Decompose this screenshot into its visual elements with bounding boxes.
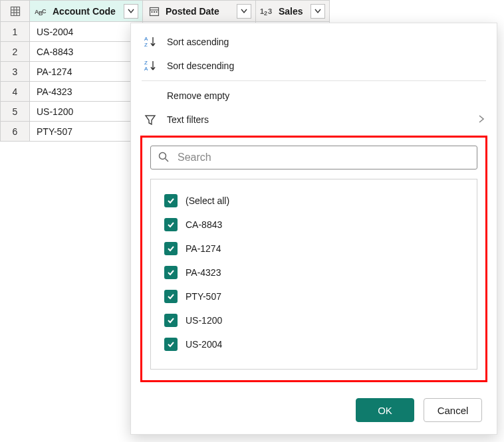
sort-ascending-icon: AZ: [143, 35, 158, 49]
filter-value-item[interactable]: PA-1274: [162, 237, 466, 261]
filter-value-label: PA-1274: [186, 243, 221, 254]
checkbox-checked[interactable]: [164, 242, 178, 255]
search-field-wrapper[interactable]: [150, 146, 477, 169]
cell-account-code[interactable]: PA-4323: [30, 82, 143, 102]
checkbox-checked[interactable]: [164, 314, 178, 327]
svg-text:C: C: [42, 8, 47, 15]
chevron-down-icon: [241, 9, 247, 14]
sort-descending-item[interactable]: ZA Sort descending: [131, 54, 497, 78]
checkbox-checked[interactable]: [164, 338, 178, 351]
check-icon: [166, 316, 176, 325]
menu-label: Sort ascending: [167, 37, 229, 47]
filter-icon: [143, 112, 158, 127]
column-label: Sales: [279, 6, 303, 17]
filter-value-item[interactable]: PA-4323: [162, 261, 466, 284]
cancel-button[interactable]: Cancel: [424, 398, 482, 422]
row-number[interactable]: 5: [1, 102, 30, 122]
filter-values-highlight: (Select all)CA-8843PA-1274PA-4323PTY-507…: [140, 136, 487, 382]
menu-label: Remove empty: [167, 90, 229, 101]
sort-descending-icon: ZA: [143, 58, 158, 73]
column-header-sales[interactable]: 123 Sales: [255, 1, 330, 22]
cell-account-code[interactable]: PA-1274: [30, 62, 143, 82]
menu-separator: [142, 80, 486, 81]
svg-text:A: A: [144, 66, 148, 72]
checkbox-checked[interactable]: [164, 290, 178, 303]
table-icon: [8, 4, 23, 19]
text-filters-item[interactable]: Text filters: [131, 108, 497, 132]
checkbox-checked[interactable]: [164, 266, 178, 279]
row-number[interactable]: 1: [1, 22, 30, 42]
cell-account-code[interactable]: CA-8843: [30, 42, 143, 62]
filter-value-item[interactable]: US-1200: [162, 308, 466, 332]
cell-account-code[interactable]: US-2004: [30, 22, 143, 42]
select-all-header[interactable]: [1, 1, 30, 22]
menu-label: Text filters: [167, 114, 209, 125]
column-header-account-code[interactable]: ABC Account Code: [30, 1, 143, 22]
check-icon: [166, 196, 176, 205]
filter-value-item[interactable]: US-2004: [162, 332, 466, 356]
svg-rect-12: [156, 11, 157, 13]
filter-value-label: US-1200: [186, 315, 222, 326]
row-number[interactable]: 2: [1, 42, 30, 62]
cell-account-code[interactable]: PTY-507: [30, 122, 143, 142]
button-label: Cancel: [438, 405, 469, 416]
svg-rect-11: [154, 11, 155, 13]
filter-value-label: CA-8843: [186, 219, 222, 230]
column-filter-button-account-code[interactable]: [124, 4, 138, 19]
row-number[interactable]: 4: [1, 82, 30, 102]
row-number[interactable]: 3: [1, 62, 30, 82]
svg-text:Z: Z: [144, 42, 148, 48]
svg-rect-0: [11, 7, 19, 15]
svg-rect-10: [151, 11, 152, 13]
svg-point-20: [160, 152, 166, 159]
cell-account-code[interactable]: US-1200: [30, 102, 143, 122]
text-type-icon: ABC: [34, 4, 49, 19]
search-icon: [158, 151, 170, 165]
filter-value-label: (Select all): [186, 195, 229, 206]
filter-value-label: PTY-507: [186, 291, 221, 302]
svg-text:Z: Z: [144, 60, 148, 66]
menu-label: Sort descending: [167, 60, 234, 71]
search-input[interactable]: [176, 151, 470, 164]
svg-line-21: [166, 158, 169, 162]
filter-values-list: (Select all)CA-8843PA-1274PA-4323PTY-507…: [150, 179, 477, 370]
column-filter-button-posted-date[interactable]: [237, 4, 251, 19]
filter-value-label: US-2004: [186, 339, 222, 350]
check-icon: [166, 220, 176, 229]
svg-text:A: A: [144, 36, 148, 42]
chevron-down-icon: [128, 9, 134, 14]
column-label: Posted Date: [166, 6, 219, 17]
check-icon: [166, 268, 176, 277]
check-icon: [166, 292, 176, 301]
filter-value-label: PA-4323: [186, 267, 221, 278]
sort-ascending-item[interactable]: AZ Sort ascending: [131, 30, 497, 54]
chevron-right-icon: [478, 114, 485, 126]
checkbox-checked[interactable]: [164, 218, 178, 231]
dialog-button-row: OK Cancel: [131, 389, 497, 434]
check-icon: [166, 340, 176, 349]
column-header-posted-date[interactable]: Posted Date: [142, 1, 255, 22]
blank-icon: [143, 88, 158, 103]
filter-value-item[interactable]: PTY-507: [162, 284, 466, 308]
number-type-icon: 123: [260, 4, 275, 19]
svg-text:3: 3: [268, 7, 272, 15]
column-label: Account Code: [53, 6, 116, 17]
checkbox-checked[interactable]: [164, 194, 178, 207]
chevron-down-icon: [315, 9, 321, 14]
svg-text:2: 2: [264, 10, 267, 17]
check-icon: [166, 244, 176, 253]
column-filter-button-sales[interactable]: [311, 4, 325, 19]
row-number[interactable]: 6: [1, 122, 30, 142]
remove-empty-item[interactable]: Remove empty: [131, 84, 497, 108]
filter-value-item[interactable]: CA-8843: [162, 213, 466, 237]
ok-button[interactable]: OK: [356, 398, 414, 422]
filter-value-item[interactable]: (Select all): [162, 189, 466, 213]
button-label: OK: [378, 405, 392, 416]
date-type-icon: [147, 4, 162, 19]
filter-popup: AZ Sort ascending ZA Sort descending Rem…: [130, 23, 497, 435]
